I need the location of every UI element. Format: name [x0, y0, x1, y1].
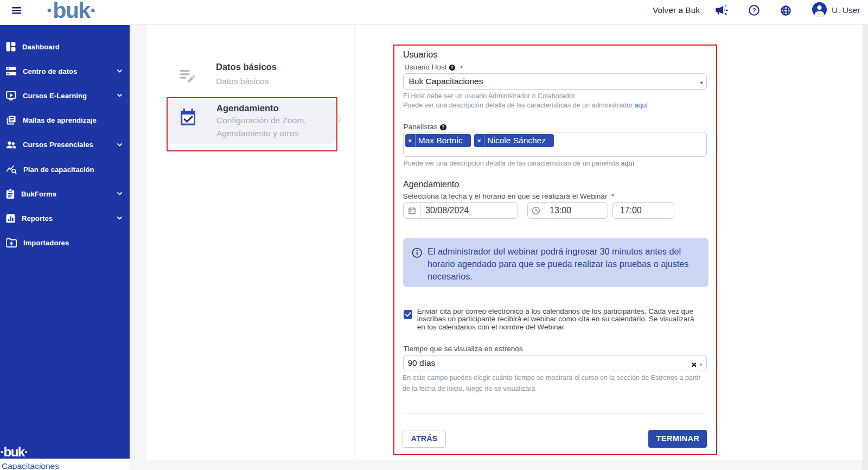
- svg-text:?: ?: [752, 7, 756, 14]
